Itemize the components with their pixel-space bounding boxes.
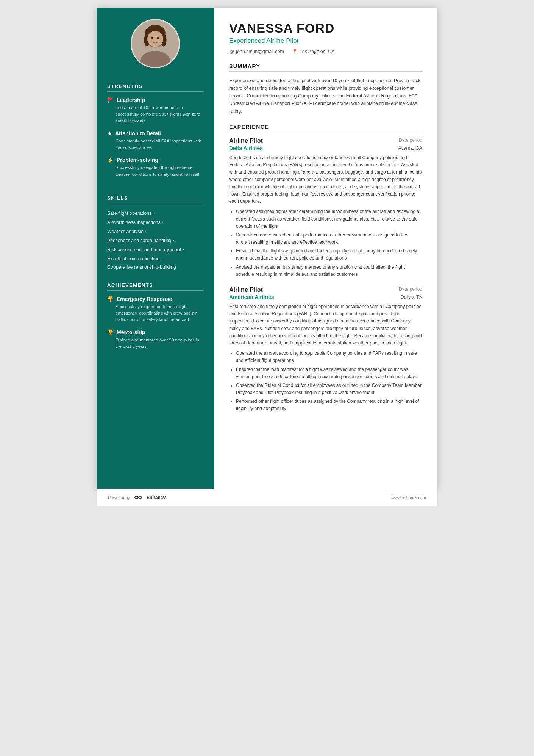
exp-header-delta: Airline Pilot Date period — [229, 138, 422, 144]
candidate-name: VANESSA FORD — [229, 21, 422, 36]
strength-desc-detail: Consistently passed all FAA inspections … — [107, 138, 203, 151]
footer-logo-text: Enhancv — [147, 495, 166, 500]
achievements-section: ACHIEVEMENTS 🏆 Emergency Response Succes… — [97, 275, 214, 360]
exp-date-aa: Date period — [399, 286, 422, 292]
skill-cooperative: Cooperative relationship-building — [107, 263, 203, 271]
achievement-header-mentorship: 🏆 Mentorship — [107, 329, 203, 335]
skill-airworthiness: Airworthiness inspections — [107, 218, 203, 227]
summary-section: SUMMARY Experienced and dedicated airlin… — [229, 63, 422, 115]
strength-desc-problem: Successfully navigated through extreme w… — [107, 164, 203, 178]
exp-bullets-delta: Operated assigned flights after determin… — [229, 208, 422, 278]
exp-desc-aa: Ensured safe and timely completion of fl… — [229, 303, 422, 347]
contact-row: @ john.smith@gmail.com 📍 Los Angeles, CA — [229, 49, 422, 54]
profile-photo — [131, 19, 180, 68]
skill-passenger: Passenger and cargo handling — [107, 236, 203, 245]
emergency-icon: 🏆 — [107, 296, 114, 302]
email-text: john.smith@gmail.com — [236, 49, 284, 54]
achievement-title-emergency: Emergency Response — [117, 296, 172, 302]
photo-area — [97, 8, 214, 76]
footer: Powered by Enhancv www.enhancv.com — [97, 489, 437, 506]
achievement-desc-emergency: Successfully responded to an in-flight e… — [107, 304, 203, 323]
strength-header-problem: ⚡ Problem-solving — [107, 157, 203, 163]
exp-desc-delta: Conducted safe and timely flight operati… — [229, 154, 422, 205]
exp-company-row-aa: American Airlines Dallas, TX — [229, 294, 422, 300]
exp-company-row-delta: Delta Airlines Atlanta, GA — [229, 145, 422, 151]
location-contact: 📍 Los Angeles, CA — [292, 49, 334, 54]
achievement-desc-mentorship: Trained and mentored over 50 new pilots … — [107, 337, 203, 350]
exp-company-aa: American Airlines — [229, 294, 274, 300]
exp-header-aa: Airline Pilot Date period — [229, 286, 422, 293]
bullet-aa-2: Observed the Rules of Conduct for all em… — [236, 382, 422, 396]
achievement-title-mentorship: Mentorship — [117, 329, 145, 335]
achievement-emergency: 🏆 Emergency Response Successfully respon… — [107, 296, 203, 323]
exp-company-delta: Delta Airlines — [229, 145, 263, 151]
svg-point-7 — [151, 37, 154, 39]
experience-section-title: EXPERIENCE — [229, 124, 422, 132]
strength-title-detail: Attention to Detail — [115, 130, 161, 136]
exp-job-title-delta: Airline Pilot — [229, 138, 263, 144]
svg-point-8 — [157, 37, 159, 39]
exp-location-delta: Atlanta, GA — [398, 146, 422, 151]
strength-item-problem: ⚡ Problem-solving Successfully navigated… — [107, 157, 203, 178]
footer-powered-by: Powered by Enhancv — [108, 495, 166, 501]
mentorship-icon: 🏆 — [107, 329, 114, 335]
experience-entry-delta: Airline Pilot Date period Delta Airlines… — [229, 138, 422, 278]
svg-point-6 — [147, 31, 163, 47]
bullet-delta-2: Ensured that the flight was planned and … — [236, 247, 422, 262]
strengths-section: STRENGTHS 🚩 Leadership Led a team of 10 … — [97, 76, 214, 188]
email-icon: @ — [229, 49, 234, 54]
enhancv-logo-icon — [133, 495, 144, 501]
skills-list: Safe flight operations Airworthiness ins… — [107, 209, 203, 271]
strength-title-leadership: Leadership — [117, 97, 145, 103]
resume-page: STRENGTHS 🚩 Leadership Led a team of 10 … — [97, 8, 437, 489]
leadership-icon: 🚩 — [107, 97, 114, 103]
strength-title-problem: Problem-solving — [117, 157, 158, 163]
bullet-delta-1: Supervised and ensured enroute performan… — [236, 232, 422, 246]
email-contact: @ john.smith@gmail.com — [229, 49, 284, 54]
bullet-aa-3: Performed other flight officer duties as… — [236, 398, 422, 412]
strengths-title: STRENGTHS — [107, 83, 203, 92]
detail-icon: ★ — [107, 130, 112, 136]
skills-title: SKILLS — [107, 195, 203, 203]
candidate-title: Experienced Airline Pilot — [229, 37, 422, 45]
exp-bullets-aa: Operated the aircraft according to appli… — [229, 350, 422, 413]
experience-section: EXPERIENCE Airline Pilot Date period Del… — [229, 124, 422, 413]
achievement-header-emergency: 🏆 Emergency Response — [107, 296, 203, 302]
sidebar: STRENGTHS 🚩 Leadership Led a team of 10 … — [97, 8, 214, 489]
strengths-list: 🚩 Leadership Led a team of 10 crew membe… — [107, 97, 203, 178]
strength-desc-leadership: Led a team of 10 crew members to success… — [107, 105, 203, 124]
bullet-aa-0: Operated the aircraft according to appli… — [236, 350, 422, 364]
strength-header: 🚩 Leadership — [107, 97, 203, 103]
achievement-mentorship: 🏆 Mentorship Trained and mentored over 5… — [107, 329, 203, 350]
powered-by-label: Powered by — [108, 495, 130, 500]
exp-date-delta: Date period — [399, 138, 422, 143]
summary-text: Experienced and dedicated airline pilot … — [229, 77, 422, 115]
footer-url: www.enhancv.com — [392, 495, 426, 500]
skill-weather: Weather analysis — [107, 227, 203, 236]
strength-item-detail: ★ Attention to Detail Consistently passe… — [107, 130, 203, 151]
exp-location-aa: Dallas, TX — [401, 294, 422, 300]
skill-risk: Risk assessment and management — [107, 245, 203, 254]
main-content: VANESSA FORD Experienced Airline Pilot @… — [214, 8, 437, 489]
problem-icon: ⚡ — [107, 157, 114, 163]
skills-section: SKILLS Safe flight operations Airworthin… — [97, 188, 214, 275]
location-icon: 📍 — [292, 49, 298, 54]
achievements-title: ACHIEVEMENTS — [107, 282, 203, 291]
location-text: Los Angeles, CA — [300, 49, 334, 54]
summary-section-title: SUMMARY — [229, 63, 422, 72]
bullet-delta-0: Operated assigned flights after determin… — [236, 208, 422, 230]
bullet-aa-1: Ensured that the load manifest for a fli… — [236, 366, 422, 380]
strength-header-detail: ★ Attention to Detail — [107, 130, 203, 136]
bullet-delta-3: Advised the dispatcher in a timely manne… — [236, 264, 422, 278]
skill-safe-flight: Safe flight operations — [107, 209, 203, 218]
strength-item-leadership: 🚩 Leadership Led a team of 10 crew membe… — [107, 97, 203, 124]
experience-entry-aa: Airline Pilot Date period American Airli… — [229, 286, 422, 413]
skill-communication: Excellent communication — [107, 254, 203, 263]
exp-job-title-aa: Airline Pilot — [229, 286, 263, 293]
resume-header: VANESSA FORD Experienced Airline Pilot @… — [229, 21, 422, 54]
